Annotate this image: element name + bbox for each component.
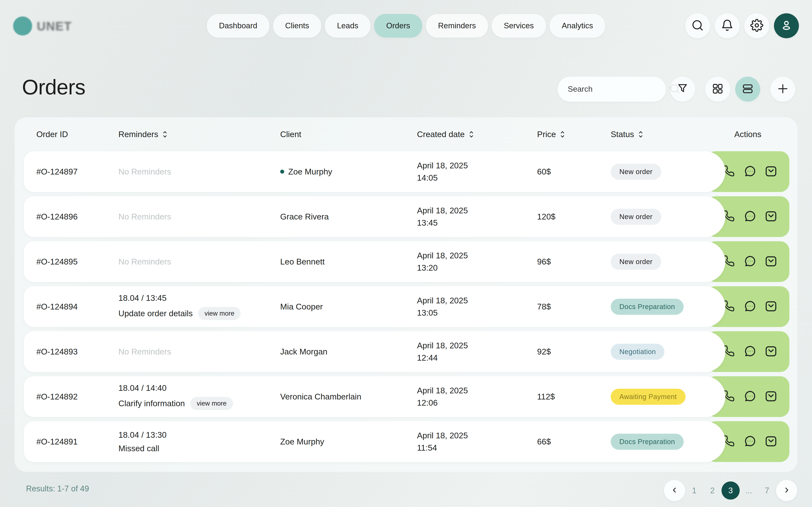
- client-cell: Zoe Murphy: [280, 151, 332, 192]
- nav-item-analytics[interactable]: Analytics: [550, 14, 605, 38]
- email-button[interactable]: [764, 390, 777, 403]
- reminder-none: No Reminders: [118, 167, 171, 176]
- page-button-7[interactable]: 7: [758, 482, 776, 500]
- order-row-card[interactable]: #O-124896 No Reminders Grace Rivera Apri…: [24, 196, 725, 237]
- chat-button[interactable]: [744, 255, 757, 268]
- chat-button[interactable]: [744, 345, 757, 358]
- topbar: UNET DashboardClientsLeadsOrdersReminder…: [0, 0, 812, 52]
- price: 60$: [537, 167, 551, 176]
- page-numbers: 123...7: [685, 482, 776, 500]
- chat-button[interactable]: [744, 435, 757, 448]
- reminder-text: Missed call: [118, 444, 159, 453]
- chat-icon: [744, 345, 757, 359]
- table-row: #O-124893 No Reminders Jack Morgan April…: [24, 331, 790, 372]
- column-header-client: Client: [280, 130, 301, 139]
- email-button[interactable]: [764, 435, 777, 448]
- client-name: Zoe Murphy: [288, 167, 332, 176]
- nav-item-reminders[interactable]: Reminders: [426, 14, 488, 38]
- search-input[interactable]: [567, 84, 669, 94]
- client-cell: Veronica Chamberlain: [280, 376, 361, 417]
- status-cell: Docs Preparation: [611, 421, 683, 462]
- mail-icon: [764, 300, 777, 314]
- brand-logo[interactable]: UNET: [13, 16, 72, 36]
- table-header: Order ID Reminders Client Created date P…: [14, 117, 798, 151]
- toolbar: [558, 77, 795, 102]
- order-row-card[interactable]: #O-124891 18.04 / 13:30 Missed call Zoe …: [24, 421, 725, 462]
- status-cell: New order: [611, 196, 661, 237]
- reminder-line2: Clarify information view more: [118, 397, 233, 410]
- created-date-cell: April 18, 2025 14:05: [417, 151, 468, 192]
- created-time: 12:06: [417, 398, 468, 407]
- notifications-button[interactable]: [715, 13, 740, 38]
- sort-icon: [162, 130, 168, 138]
- order-row-card[interactable]: #O-124897 No Reminders Zoe Murphy April …: [24, 151, 725, 192]
- settings-button[interactable]: [744, 13, 769, 38]
- chat-button[interactable]: [744, 390, 757, 403]
- created-date-cell: April 18, 2025 13:45: [417, 196, 468, 237]
- page-button-2[interactable]: 2: [703, 482, 721, 500]
- column-header-price[interactable]: Price: [537, 130, 566, 139]
- nav-item-clients[interactable]: Clients: [273, 14, 321, 38]
- created-date: April 18, 2025: [417, 296, 468, 305]
- view-more-button[interactable]: view more: [198, 307, 241, 320]
- previous-page-button[interactable]: [664, 480, 685, 501]
- chat-button[interactable]: [744, 300, 757, 313]
- nav-item-services[interactable]: Services: [492, 14, 546, 38]
- order-row-card[interactable]: #O-124895 No Reminders Leo Bennett April…: [24, 241, 725, 282]
- column-header-created-date[interactable]: Created date: [417, 130, 474, 139]
- nav-item-dashboard[interactable]: Dashboard: [207, 14, 269, 38]
- order-row-card[interactable]: #O-124892 18.04 / 14:40 Clarify informat…: [24, 376, 725, 417]
- created-date-cell: April 18, 2025 11:54: [417, 421, 468, 462]
- reminder-cell: No Reminders: [118, 241, 171, 282]
- order-id: #O-124897: [36, 167, 78, 176]
- add-order-button[interactable]: [770, 77, 795, 102]
- nav-item-orders[interactable]: Orders: [374, 14, 422, 38]
- nav-item-leads[interactable]: Leads: [325, 14, 370, 38]
- column-header-status[interactable]: Status: [611, 130, 644, 139]
- next-page-button[interactable]: [776, 480, 797, 501]
- table-row: #O-124891 18.04 / 13:30 Missed call Zoe …: [24, 421, 790, 462]
- table-row: #O-124897 No Reminders Zoe Murphy April …: [24, 151, 790, 192]
- grid-view-button[interactable]: [705, 77, 730, 102]
- mail-icon: [764, 255, 777, 269]
- email-button[interactable]: [764, 345, 777, 358]
- mail-icon: [764, 165, 777, 179]
- chat-button[interactable]: [744, 210, 757, 223]
- filter-button[interactable]: [670, 77, 695, 102]
- page-button-3[interactable]: 3: [721, 482, 740, 500]
- table-rows: #O-124897 No Reminders Zoe Murphy April …: [24, 151, 790, 466]
- reminder-none: No Reminders: [118, 347, 171, 356]
- order-id: #O-124891: [36, 437, 78, 446]
- price-cell: 96$: [537, 241, 551, 282]
- mail-icon: [764, 210, 777, 224]
- add-plus-icon: [777, 82, 789, 96]
- email-button[interactable]: [764, 300, 777, 313]
- created-time: 14:05: [417, 173, 468, 182]
- page-button-1[interactable]: 1: [685, 482, 703, 500]
- sort-icon: [638, 130, 644, 138]
- order-id: #O-124896: [36, 212, 78, 221]
- price: 96$: [537, 257, 551, 266]
- order-row-card[interactable]: #O-124893 No Reminders Jack Morgan April…: [24, 331, 725, 372]
- client-cell: Grace Rivera: [280, 196, 329, 237]
- client-cell: Zoe Murphy: [280, 421, 324, 462]
- order-row-card[interactable]: #O-124894 18.04 / 13:45 Update order det…: [24, 286, 725, 327]
- reminder-line2: Update order details view more: [118, 307, 241, 320]
- column-header-reminders[interactable]: Reminders: [118, 130, 168, 139]
- email-button[interactable]: [764, 210, 777, 223]
- mail-icon: [764, 390, 777, 404]
- reminder-datetime: 18.04 / 14:40: [118, 383, 233, 393]
- chat-button[interactable]: [744, 165, 757, 178]
- reminder-cell: No Reminders: [118, 151, 171, 192]
- created-date: April 18, 2025: [417, 341, 468, 350]
- email-button[interactable]: [764, 255, 777, 268]
- profile-button[interactable]: [774, 13, 799, 38]
- order-id-cell: #O-124892: [36, 376, 78, 417]
- email-button[interactable]: [764, 165, 777, 178]
- view-more-button[interactable]: view more: [190, 397, 233, 410]
- chat-icon: [744, 255, 757, 269]
- order-id: #O-124895: [36, 257, 78, 266]
- list-view-button[interactable]: [735, 77, 760, 102]
- search-button[interactable]: [685, 13, 710, 38]
- column-header-actions: Actions: [706, 130, 790, 139]
